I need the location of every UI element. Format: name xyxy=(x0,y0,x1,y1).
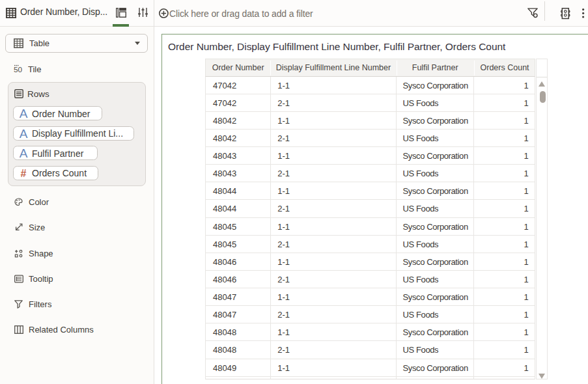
svg-text:50: 50 xyxy=(14,65,23,74)
